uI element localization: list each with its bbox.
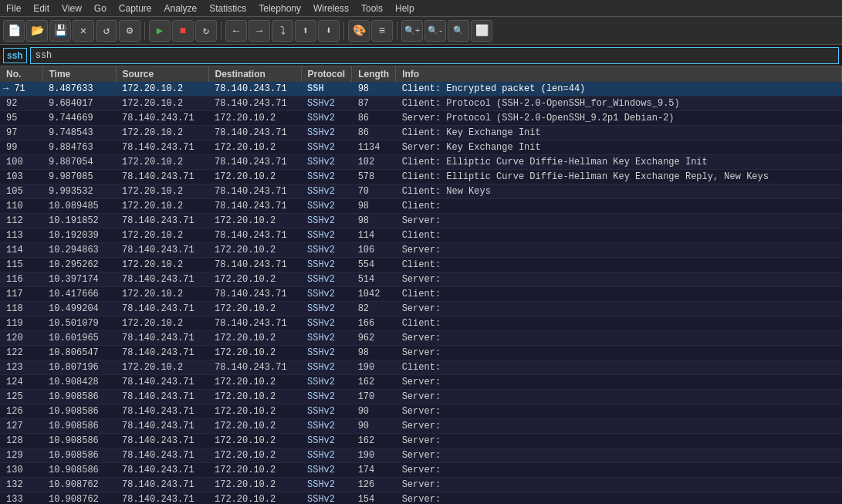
table-row[interactable]: 11410.29486378.140.243.71172.20.10.2SSHv… [0,243,842,258]
col-header-no[interactable]: No. [0,66,42,82]
filterbar: ssh [0,45,842,66]
back-button[interactable]: ← [225,20,247,42]
toolbar: 📄 📂 💾 ✕ ↺ ⚙ ▶ ■ ↻ ← → ⤵ ⬆ ⬇ 🎨 ≡ 🔍+ 🔍- 🔍 … [0,17,842,45]
table-row[interactable]: 11310.192039172.20.10.278.140.243.71SSHv… [0,228,842,243]
zoom-out-button[interactable]: 🔍- [424,20,446,42]
restart-capture-button[interactable]: ↻ [195,20,217,42]
table-row[interactable]: 12910.90858678.140.243.71172.20.10.2SSHv… [0,448,842,463]
forward-button[interactable]: → [249,20,270,42]
goto-button[interactable]: ⤵ [272,20,293,42]
table-row[interactable]: 929.684017172.20.10.278.140.243.71SSHv28… [0,96,842,111]
col-header-time[interactable]: Time [42,66,116,82]
table-row[interactable]: 12210.80654778.140.243.71172.20.10.2SSHv… [0,346,842,360]
zoom-in-button[interactable]: 🔍+ [401,20,423,42]
packet-table-body: → 718.487633172.20.10.278.140.243.71SSH9… [0,82,842,504]
table-row[interactable]: 999.88476378.140.243.71172.20.10.2SSHv21… [0,140,842,155]
zoom-reset-button[interactable]: 🔍 [448,20,469,42]
menu-telephony[interactable]: Telephony [252,2,307,15]
separator-1 [144,22,145,40]
table-row[interactable]: 13010.90858678.140.243.71172.20.10.2SSHv… [0,463,842,478]
table-row[interactable]: → 718.487633172.20.10.278.140.243.71SSH9… [0,82,842,96]
table-row[interactable]: 13210.90876278.140.243.71172.20.10.2SSHv… [0,478,842,492]
menu-file[interactable]: File [0,2,27,15]
reload-button[interactable]: ↺ [96,20,117,42]
start-capture-button[interactable]: ▶ [149,20,171,42]
col-header-destination[interactable]: Destination [208,66,301,82]
zoom-full-button[interactable]: ⬜ [471,20,492,42]
table-row[interactable]: 959.74466978.140.243.71172.20.10.2SSHv28… [0,111,842,126]
table-row[interactable]: 11810.49920478.140.243.71172.20.10.2SSHv… [0,302,842,316]
table-row[interactable]: 12610.90858678.140.243.71172.20.10.2SSHv… [0,404,842,419]
menu-capture[interactable]: Capture [113,2,158,15]
col-header-protocol[interactable]: Protocol [301,66,352,82]
table-header-row: No. Time Source Destination Protocol Len… [0,66,842,82]
filter-input[interactable] [30,47,839,64]
table-row[interactable]: 1039.98708578.140.243.71172.20.10.2SSHv2… [0,170,842,184]
table-row[interactable]: 12510.90858678.140.243.71172.20.10.2SSHv… [0,390,842,404]
save-button[interactable]: 💾 [49,20,71,42]
table-row[interactable]: 12010.60196578.140.243.71172.20.10.2SSHv… [0,331,842,346]
col-header-length[interactable]: Length [352,66,396,82]
table-row[interactable]: 1059.993532172.20.10.278.140.243.71SSHv2… [0,184,842,199]
menu-go[interactable]: Go [88,2,113,15]
table-row[interactable]: 11010.089485172.20.10.278.140.243.71SSHv… [0,199,842,214]
table-row[interactable]: 13310.90876278.140.243.71172.20.10.2SSHv… [0,492,842,505]
table-row[interactable]: 11910.501079172.20.10.278.140.243.71SSHv… [0,316,842,331]
table-row[interactable]: 979.748543172.20.10.278.140.243.71SSHv28… [0,126,842,140]
packet-table-container: No. Time Source Destination Protocol Len… [0,66,842,504]
menu-analyze[interactable]: Analyze [158,2,204,15]
separator-3 [343,22,344,40]
col-header-source[interactable]: Source [116,66,208,82]
table-row[interactable]: 12810.90858678.140.243.71172.20.10.2SSHv… [0,434,842,448]
col-header-info[interactable]: Info [396,66,842,82]
filter-label: ssh [3,48,27,63]
table-row[interactable]: 12410.90842878.140.243.71172.20.10.2SSHv… [0,375,842,390]
table-row[interactable]: 12310.807196172.20.10.278.140.243.71SSHv… [0,360,842,375]
menu-edit[interactable]: Edit [27,2,56,15]
menu-wireless[interactable]: Wireless [307,2,355,15]
separator-4 [397,22,397,40]
open-button[interactable]: 📂 [26,20,48,42]
table-row[interactable]: 11510.295262172.20.10.278.140.243.71SSHv… [0,258,842,272]
table-row[interactable]: 11610.39717478.140.243.71172.20.10.2SSHv… [0,272,842,287]
menu-help[interactable]: Help [389,2,421,15]
new-capture-button[interactable]: 📄 [3,20,25,42]
table-row[interactable]: 12710.90858678.140.243.71172.20.10.2SSHv… [0,419,842,434]
table-row[interactable]: 11210.19185278.140.243.71172.20.10.2SSHv… [0,214,842,228]
colorize-button[interactable]: 🎨 [348,20,370,42]
table-row[interactable]: 1009.887054172.20.10.278.140.243.71SSHv2… [0,155,842,170]
menu-view[interactable]: View [56,2,88,15]
table-row[interactable]: 11710.417666172.20.10.278.140.243.71SSHv… [0,287,842,302]
menubar: File Edit View Go Capture Analyze Statis… [0,0,842,17]
close-button[interactable]: ✕ [73,20,94,42]
menu-tools[interactable]: Tools [355,2,389,15]
autoscroll-button[interactable]: ≡ [371,20,393,42]
capture-options-button[interactable]: ⚙ [119,20,140,42]
stop-capture-button[interactable]: ■ [172,20,194,42]
top-button[interactable]: ⬆ [295,20,316,42]
menu-statistics[interactable]: Statistics [203,2,252,15]
packet-table: No. Time Source Destination Protocol Len… [0,66,842,504]
separator-2 [221,22,221,40]
bottom-button[interactable]: ⬇ [318,20,340,42]
